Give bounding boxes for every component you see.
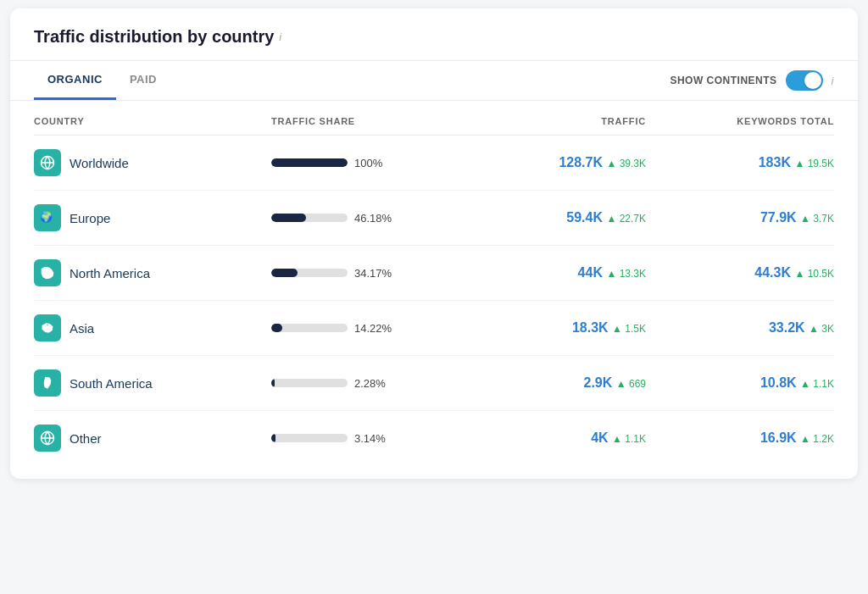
keywords-cell-north-america: 44.3K ▲ 10.5K bbox=[646, 265, 834, 280]
bar-fill-asia bbox=[271, 324, 282, 332]
traffic-main-europe: 59.4K bbox=[566, 210, 603, 225]
keywords-main-other: 16.9K bbox=[760, 430, 797, 445]
traffic-main-north-america: 44K bbox=[578, 265, 603, 280]
table-row: North America 34.17% 44K ▲ 13.3K 44.3K ▲… bbox=[34, 246, 834, 301]
table-row: 🌍 Europe 46.18% 59.4K ▲ 22.7K 77.9K ▲ 3.… bbox=[34, 191, 834, 246]
traffic-bar-cell-asia: 14.22% bbox=[271, 322, 458, 335]
title-info-icon[interactable]: i bbox=[279, 31, 281, 43]
keywords-delta-north-america: ▲ 10.5K bbox=[794, 268, 834, 280]
traffic-cell-worldwide: 128.7K ▲ 39.3K bbox=[458, 155, 646, 170]
keywords-main-europe: 77.9K bbox=[760, 210, 797, 225]
bar-fill-worldwide bbox=[271, 158, 348, 167]
bar-track-asia bbox=[271, 324, 348, 332]
table-container: COUNTRY TRAFFIC SHARE TRAFFIC KEYWORDS T… bbox=[10, 101, 858, 479]
bar-track-worldwide bbox=[271, 158, 348, 167]
table-row: Other 3.14% 4K ▲ 1.1K 16.9K ▲ 1.2K bbox=[34, 411, 834, 465]
traffic-bar-cell-other: 3.14% bbox=[271, 432, 458, 445]
bar-pct-other: 3.14% bbox=[354, 432, 386, 445]
keywords-delta-worldwide: ▲ 19.5K bbox=[794, 158, 834, 169]
keywords-delta-south-america: ▲ 1.1K bbox=[800, 378, 834, 390]
traffic-delta-north-america: ▲ 13.3K bbox=[606, 268, 646, 280]
country-cell-north-america: North America bbox=[34, 259, 271, 286]
keywords-main-north-america: 44.3K bbox=[754, 265, 791, 280]
keywords-main-worldwide: 183K bbox=[759, 155, 791, 169]
card-title: Traffic distribution by country i bbox=[34, 27, 834, 47]
bar-fill-other bbox=[271, 434, 275, 442]
col-traffic-share: TRAFFIC SHARE bbox=[271, 116, 458, 126]
country-name-europe: Europe bbox=[70, 211, 110, 225]
keywords-cell-worldwide: 183K ▲ 19.5K bbox=[646, 155, 834, 170]
col-keywords-total: KEYWORDS TOTAL bbox=[646, 116, 834, 126]
col-country: COUNTRY bbox=[34, 116, 271, 126]
bar-pct-north-america: 34.17% bbox=[354, 267, 392, 280]
show-continents-label: SHOW CONTINENTS bbox=[670, 75, 776, 86]
traffic-main-other: 4K bbox=[591, 430, 608, 445]
country-cell-asia: Asia bbox=[34, 314, 271, 341]
country-name-south-america: South America bbox=[70, 376, 153, 391]
bar-fill-south-america bbox=[271, 379, 275, 387]
table-row: Asia 14.22% 18.3K ▲ 1.5K 33.2K ▲ 3K bbox=[34, 301, 834, 356]
svg-point-5 bbox=[47, 324, 48, 325]
bar-pct-asia: 14.22% bbox=[354, 322, 392, 335]
keywords-delta-europe: ▲ 3.7K bbox=[800, 213, 834, 225]
traffic-delta-worldwide: ▲ 39.3K bbox=[606, 158, 646, 169]
card-header: Traffic distribution by country i bbox=[10, 8, 858, 61]
toggle-knob bbox=[804, 72, 821, 89]
tab-paid[interactable]: PAID bbox=[116, 61, 170, 100]
keywords-main-south-america: 10.8K bbox=[760, 375, 797, 390]
bar-fill-north-america bbox=[271, 269, 298, 277]
keywords-cell-south-america: 10.8K ▲ 1.1K bbox=[646, 375, 834, 391]
bar-fill-europe bbox=[271, 214, 306, 222]
traffic-bar-cell-south-america: 2.28% bbox=[271, 377, 458, 390]
traffic-main-worldwide: 128.7K bbox=[559, 155, 603, 169]
traffic-distribution-card: Traffic distribution by country i ORGANI… bbox=[10, 8, 858, 479]
country-icon-south-america bbox=[34, 369, 61, 397]
traffic-delta-other: ▲ 1.1K bbox=[612, 433, 646, 445]
title-text: Traffic distribution by country bbox=[34, 27, 274, 47]
bar-track-europe bbox=[271, 214, 348, 222]
country-name-other: Other bbox=[70, 431, 102, 446]
bar-track-other bbox=[271, 434, 348, 442]
country-icon-other bbox=[34, 425, 61, 452]
bar-pct-south-america: 2.28% bbox=[354, 377, 386, 390]
country-name-asia: Asia bbox=[70, 321, 94, 336]
traffic-bar-cell-worldwide: 100% bbox=[271, 157, 458, 169]
country-icon-europe: 🌍 bbox=[34, 204, 61, 231]
country-cell-worldwide: Worldwide bbox=[34, 149, 271, 176]
bar-track-south-america bbox=[271, 379, 348, 387]
country-name-worldwide: Worldwide bbox=[70, 156, 129, 170]
traffic-cell-other: 4K ▲ 1.1K bbox=[458, 430, 646, 446]
keywords-delta-other: ▲ 1.2K bbox=[800, 433, 834, 445]
traffic-delta-europe: ▲ 22.7K bbox=[606, 213, 646, 225]
keywords-main-asia: 33.2K bbox=[769, 320, 805, 335]
country-cell-other: Other bbox=[34, 425, 271, 452]
tab-organic[interactable]: ORGANIC bbox=[34, 61, 116, 100]
country-name-north-america: North America bbox=[70, 266, 150, 280]
bar-pct-worldwide: 100% bbox=[354, 157, 382, 169]
col-traffic: TRAFFIC bbox=[458, 116, 646, 126]
traffic-cell-north-america: 44K ▲ 13.3K bbox=[458, 265, 646, 280]
svg-text:🌍: 🌍 bbox=[40, 210, 53, 223]
table-row: South America 2.28% 2.9K ▲ 669 10.8K ▲ 1… bbox=[34, 356, 834, 411]
traffic-delta-asia: ▲ 1.5K bbox=[612, 323, 646, 335]
country-icon-north-america bbox=[34, 259, 61, 286]
show-continents-toggle[interactable] bbox=[786, 70, 823, 91]
country-cell-europe: 🌍 Europe bbox=[34, 204, 271, 231]
traffic-cell-europe: 59.4K ▲ 22.7K bbox=[458, 210, 646, 225]
bar-pct-europe: 46.18% bbox=[354, 212, 392, 225]
keywords-delta-asia: ▲ 3K bbox=[809, 323, 834, 335]
traffic-delta-south-america: ▲ 669 bbox=[616, 378, 646, 390]
show-continents-control: SHOW CONTINENTS i bbox=[670, 70, 834, 91]
country-icon-worldwide bbox=[34, 149, 61, 176]
traffic-cell-asia: 18.3K ▲ 1.5K bbox=[458, 320, 646, 336]
show-continents-info-icon[interactable]: i bbox=[832, 75, 834, 87]
tabs-row: ORGANIC PAID SHOW CONTINENTS i bbox=[10, 61, 858, 101]
table-body: Worldwide 100% 128.7K ▲ 39.3K 183K ▲ 19.… bbox=[34, 136, 834, 465]
traffic-main-south-america: 2.9K bbox=[584, 375, 613, 390]
bar-track-north-america bbox=[271, 269, 348, 277]
table-header: COUNTRY TRAFFIC SHARE TRAFFIC KEYWORDS T… bbox=[34, 101, 834, 136]
traffic-cell-south-america: 2.9K ▲ 669 bbox=[458, 375, 646, 391]
keywords-cell-asia: 33.2K ▲ 3K bbox=[646, 320, 834, 336]
country-cell-south-america: South America bbox=[34, 369, 271, 397]
tabs-container: ORGANIC PAID bbox=[34, 61, 170, 100]
